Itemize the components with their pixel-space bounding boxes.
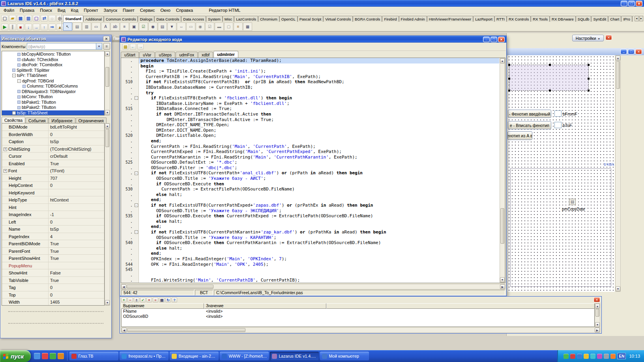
property-value[interactable]: bdLeftToRight (49, 123, 104, 131)
code-line[interactable]: . CurrentPath := FIni.ReadString('Main',… (121, 144, 499, 149)
code-line[interactable]: .- if not FileExistsUTF8(CurrentPath+'an… (121, 170, 499, 176)
fold-collapse-icon[interactable]: - (135, 96, 138, 100)
step-into-icon[interactable]: ↓ (25, 24, 32, 30)
selection-handle[interactable] (549, 90, 551, 91)
save-icon[interactable]: ▦ (17, 15, 24, 22)
property-row[interactable]: ShowHintFalse (2, 269, 104, 277)
form-button-phenotype-entered[interactable]: - Фенотип введённый (508, 110, 551, 118)
palette-tab[interactable]: Standard (63, 15, 83, 22)
palette-tab[interactable]: Firebird (382, 16, 399, 22)
palette-tab[interactable]: HtmlViewer/FrameViewer (427, 16, 473, 22)
group-box-icon[interactable]: ▭ (186, 22, 195, 31)
selected-panel[interactable] (509, 65, 589, 91)
help-icon[interactable]: ? (172, 297, 177, 302)
menu-item[interactable]: Справка (173, 7, 196, 13)
panel-icon[interactable]: ▬ (215, 22, 224, 31)
property-value[interactable]: 4 (49, 233, 104, 240)
new-form-icon[interactable]: ▢ (33, 15, 40, 22)
component-tree-item[interactable]: bbConv: TButton (2, 94, 104, 100)
selection-handle[interactable] (508, 64, 510, 66)
scroll-thumb[interactable] (105, 67, 109, 87)
pause-icon[interactable]: ∥ (9, 24, 16, 30)
form-edit-1[interactable] (554, 110, 562, 117)
property-value[interactable] (49, 204, 104, 211)
scroll-thumb[interactable] (500, 208, 504, 244)
inspector-tab[interactable]: Избранное (49, 118, 75, 123)
tree-expand-icon[interactable]: - (12, 74, 16, 77)
add-watch-icon[interactable]: + (121, 297, 127, 302)
scroll-down-icon[interactable] (500, 277, 505, 282)
properties-icon[interactable]: ▤ (159, 297, 165, 302)
display-tray-icon[interactable] (604, 354, 609, 359)
selection-handle[interactable] (588, 78, 590, 80)
scroll-left-icon[interactable] (121, 284, 126, 289)
palette-tab[interactable]: BGRA Controls (353, 16, 382, 22)
editor-tab[interactable]: udmFox (176, 52, 198, 58)
scroll-up-icon[interactable] (105, 123, 110, 129)
menu-item[interactable]: Файл (1, 7, 17, 13)
code-line[interactable]: .- if not FileExistsUTF8(CurrentPathKara… (121, 230, 499, 235)
scroll-up-icon[interactable] (595, 304, 600, 309)
code-line[interactable]: .- if not FileExistsUTF8(CurrentPathExpe… (121, 203, 499, 208)
palette-scroll-arrows[interactable] (635, 16, 643, 21)
watch-vscrollbar[interactable] (595, 303, 600, 328)
palette-tab[interactable]: Pascal Script (298, 16, 323, 22)
property-row[interactable]: EnabledTrue (2, 160, 104, 168)
main-menu-icon[interactable]: ▤ (73, 22, 82, 31)
property-value[interactable]: True (49, 248, 104, 255)
memo-icon[interactable]: ≡ (120, 22, 129, 31)
combo-dropdown-icon[interactable] (96, 43, 102, 49)
editor-tab[interactable]: uVar (139, 52, 155, 58)
palette-tab[interactable]: Chromium (258, 16, 279, 22)
palette-tab[interactable]: OpenGL (279, 16, 298, 22)
scroll-right-icon[interactable] (500, 284, 505, 289)
property-row[interactable]: Top0 (2, 291, 104, 299)
list-box-icon[interactable]: ▤ (158, 22, 167, 31)
component-tree-item[interactable]: Columns: TDBGridColumns (2, 84, 104, 89)
property-row[interactable]: PageIndex4 (2, 233, 104, 241)
show-desktop-icon[interactable] (34, 353, 40, 359)
selection-handle[interactable] (588, 64, 590, 66)
code-line[interactable]: . ODSourceBD.Title := 'Укажите базу - АИ… (121, 176, 499, 181)
code-line[interactable]: . IBDataBase.LibraryName := ExePath + 'f… (121, 101, 499, 106)
property-value[interactable]: False (49, 269, 104, 276)
component-tree-item[interactable]: bbPaket2: TButton (2, 105, 104, 110)
scroll-up-icon[interactable] (105, 51, 110, 56)
radio-group-icon[interactable]: ◉ (196, 22, 205, 31)
close-button[interactable] (636, 1, 642, 6)
property-row[interactable]: HelpTypehtContext (2, 196, 104, 204)
watch-column-header[interactable]: Значение (204, 303, 326, 309)
code-line[interactable]: .- if FileExistsUTF8(ExePath + 'fbclient… (121, 95, 499, 101)
settings-close-button[interactable] (605, 35, 612, 40)
menu-item[interactable]: Сервис (137, 7, 158, 13)
code-line[interactable]: 520 DMInter.ListTable.Open; (121, 133, 499, 138)
palette-tab[interactable]: Data Controls (154, 16, 181, 22)
scroll-down-icon[interactable] (105, 110, 110, 115)
code-line[interactable]: . else halt; (121, 246, 499, 251)
palette-tab[interactable]: RX Tools (531, 16, 550, 22)
selection-handle[interactable] (588, 90, 590, 91)
property-value[interactable]: -1 (49, 211, 104, 218)
button-icon[interactable]: ▭ (92, 22, 101, 31)
component-tree-item[interactable]: DBNavigator3: TDBNavigator (2, 89, 104, 95)
palette-tab[interactable]: IPro (621, 16, 632, 22)
check-box-icon[interactable]: ☑ (139, 22, 148, 31)
selection-handle[interactable] (549, 64, 551, 66)
scheduler-tray-icon[interactable] (597, 354, 602, 359)
code-line[interactable]: . DMInter.DICT_NAME.Open; (121, 128, 499, 133)
palette-tab[interactable]: VisualTec (632, 16, 634, 22)
edit-icon[interactable]: ab (110, 22, 120, 31)
designer-maximize-button[interactable] (628, 49, 635, 54)
form-button-write-phenotype[interactable]: е - Вписать фенотип (508, 121, 551, 129)
property-value[interactable]: 0 (49, 218, 104, 226)
watch-hscrollbar[interactable] (121, 327, 600, 333)
refresh-icon[interactable]: ↻ (165, 297, 171, 302)
property-row[interactable]: ParentBiDiModeTrue (2, 240, 104, 248)
open-icon[interactable]: ▰ (9, 15, 16, 22)
fold-collapse-icon[interactable]: - (135, 172, 138, 175)
component-tree-item[interactable]: -dgProd: TDBGrid (2, 78, 104, 84)
property-value[interactable]: 0 (49, 284, 104, 291)
scroll-down-icon[interactable] (616, 286, 620, 291)
designer-close-button[interactable] (635, 49, 642, 54)
form-edit-2[interactable] (554, 122, 562, 128)
